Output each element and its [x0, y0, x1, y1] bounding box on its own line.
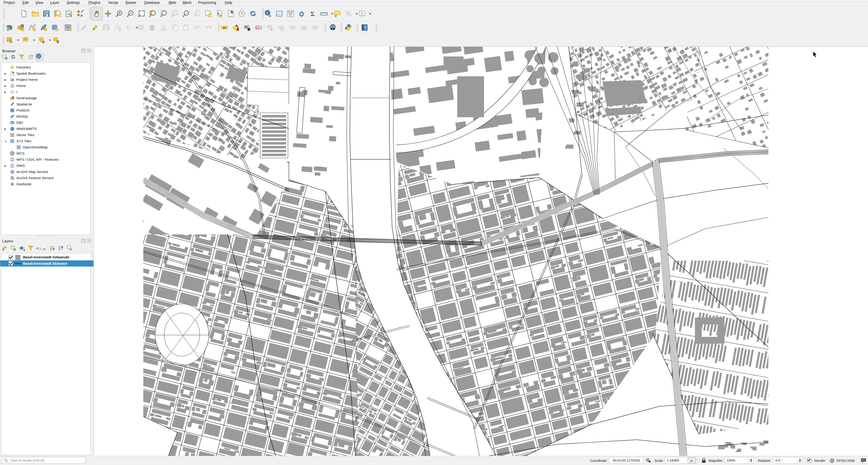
- svg-text:T: T: [361, 11, 363, 15]
- svg-text:Σ: Σ: [310, 10, 315, 17]
- svg-text:a: a: [81, 13, 83, 17]
- svg-text:abc: abc: [280, 26, 283, 29]
- svg-text:abc: abc: [223, 26, 227, 29]
- svg-text:V: V: [11, 158, 13, 161]
- svg-text:?: ?: [364, 26, 367, 30]
- svg-text:ε: ε: [37, 246, 38, 250]
- svg-text:DB2: DB2: [11, 122, 14, 124]
- svg-text:ab: ab: [268, 26, 271, 28]
- svg-text:1:1: 1:1: [174, 12, 177, 14]
- svg-text:ab: ab: [245, 26, 248, 28]
- svg-text:abc: abc: [291, 26, 294, 29]
- svg-text:i: i: [38, 55, 39, 58]
- svg-text:abc: abc: [257, 26, 261, 29]
